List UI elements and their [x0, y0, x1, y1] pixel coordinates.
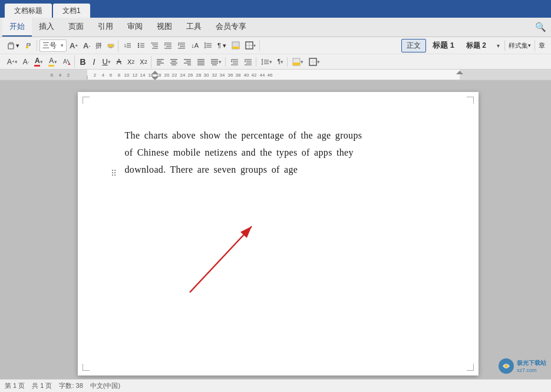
toolbar-row1: ▾ 三号 ▾ A+ A- 拼 1.	[0, 37, 551, 54]
search-button[interactable]: 🔍	[533, 19, 549, 35]
clear-format-button[interactable]: A	[60, 57, 73, 67]
text-line3: download. There are seven groups of age	[125, 162, 298, 179]
italic-button[interactable]: I	[89, 56, 100, 68]
tab-page[interactable]: 页面	[61, 18, 91, 37]
styles-dropdown-button[interactable]: ▾	[493, 41, 503, 50]
paragraph-with-handle: ⠿ download. There are seven groups of ag…	[125, 162, 431, 179]
text-line2: of Chinese mobile netizens and the types…	[125, 144, 431, 162]
corner-mark-tr	[467, 97, 474, 104]
subscript-x-button[interactable]: X2	[125, 57, 137, 67]
para-spacing-button2[interactable]: ¶ ▾	[275, 57, 286, 66]
svg-text:30: 30	[204, 73, 209, 78]
spacing-group: ▾ ¶ ▾	[258, 57, 288, 67]
eraser-button[interactable]	[105, 41, 117, 50]
svg-text:10: 10	[124, 73, 130, 78]
multilevel-button[interactable]	[148, 40, 161, 51]
paste-button[interactable]: ▾	[5, 40, 22, 51]
styles-set-label: 样式集	[509, 41, 528, 50]
clipboard-group: ▾	[4, 40, 37, 51]
style-h1-button[interactable]: 标题 1	[427, 38, 460, 52]
ruler-svg: 6 4 2 2 4 6 8 10 12 14 16 18 20 22 24 26…	[0, 70, 551, 80]
svg-text:26: 26	[188, 73, 193, 78]
title-tab-1[interactable]: 文档标题	[5, 4, 52, 18]
status-bar: 第 1 页 共 1 页 字数: 38 中文(中国)	[0, 379, 551, 392]
corner-mark-bl	[83, 364, 90, 371]
watermark-logo-icon	[498, 358, 514, 374]
svg-text:40: 40	[244, 73, 249, 78]
underline-button[interactable]: U ▾	[100, 56, 113, 67]
justify-button[interactable]	[194, 57, 207, 67]
indent-right-button[interactable]	[242, 57, 255, 67]
tab-review[interactable]: 审阅	[120, 18, 150, 37]
strikethrough-button[interactable]: A	[114, 56, 124, 67]
para-spacing-button[interactable]: ¶ ▾	[215, 41, 229, 51]
svg-text:A: A	[63, 58, 67, 65]
font-size-group: 三号 ▾ A+ A- 拼	[38, 39, 118, 52]
style-h2-button[interactable]: 标题 2	[461, 39, 491, 52]
style-normal-label: 正文	[407, 41, 421, 50]
decrease-indent-button[interactable]	[161, 40, 174, 51]
svg-text:34: 34	[220, 73, 225, 78]
tab-view[interactable]: 视图	[150, 18, 179, 37]
decrease-font-button[interactable]: A-	[81, 40, 93, 51]
svg-point-10	[138, 47, 139, 48]
style-normal-button[interactable]: 正文	[401, 39, 426, 52]
align-left-button[interactable]	[154, 57, 167, 67]
svg-text:12: 12	[133, 73, 138, 78]
align-right-button[interactable]	[181, 57, 194, 67]
svg-rect-68	[293, 62, 300, 65]
tab-insert[interactable]: 插入	[32, 18, 61, 37]
sort-button[interactable]: ↓A	[189, 41, 201, 50]
shading-button2[interactable]: ▾	[290, 57, 306, 67]
title-bar: 文档标题 文档1	[0, 0, 551, 18]
style-h1-label: 标题 1	[433, 41, 454, 50]
align-center-button[interactable]	[167, 57, 180, 67]
distributed-button[interactable]: ▾	[208, 57, 224, 67]
numbering-button[interactable]: 1.	[121, 40, 134, 51]
bold-button[interactable]: B	[77, 56, 88, 68]
paragraph-handle[interactable]: ⠿	[111, 166, 117, 181]
styles-set-button[interactable]: 样式集 ▾	[504, 40, 533, 51]
increase-font-button[interactable]: A+	[67, 40, 80, 51]
border-button2[interactable]: ▾	[306, 57, 322, 67]
increase-indent-button[interactable]	[175, 40, 188, 51]
pinyin-button[interactable]: 拼	[93, 40, 104, 51]
font-color-button[interactable]: A ▾	[32, 55, 45, 68]
line-spacing-button[interactable]	[202, 40, 215, 51]
tab-vip[interactable]: 会员专享	[209, 18, 253, 37]
shading-button[interactable]	[229, 40, 242, 51]
indent-group	[227, 57, 256, 67]
svg-text:36: 36	[228, 73, 233, 78]
document-text[interactable]: The charts above show the percentage of …	[125, 127, 431, 178]
tab-review-label: 审阅	[127, 22, 143, 31]
line-space-button2[interactable]: ▾	[259, 57, 275, 67]
svg-rect-30	[232, 47, 239, 49]
align-group: ▾	[153, 57, 226, 67]
tab-tools-label: 工具	[186, 22, 202, 31]
chapter-button[interactable]: 章	[534, 40, 547, 51]
format-painter-button[interactable]	[22, 40, 35, 51]
title-tab-2[interactable]: 文档1	[53, 4, 90, 18]
svg-point-108	[504, 364, 508, 368]
svg-text:14: 14	[140, 73, 146, 78]
indent-left-button[interactable]	[228, 57, 241, 67]
tab-start[interactable]: 开始	[2, 18, 32, 37]
tab-view-label: 视图	[157, 22, 172, 31]
bold-italic-group: B I U ▾ A X2 X2	[76, 56, 151, 68]
corner-mark-tl	[83, 97, 90, 104]
tab-reference[interactable]: 引用	[91, 18, 120, 37]
bullets-button[interactable]	[134, 40, 147, 51]
subscript-button[interactable]: A-	[21, 57, 32, 67]
total-pages: 共 1 页	[32, 381, 52, 390]
svg-text:2: 2	[67, 73, 70, 78]
border-button[interactable]: ▾	[243, 40, 258, 51]
superscript-button[interactable]: A+▾	[5, 57, 20, 67]
superscript-x-button[interactable]: X2	[137, 57, 149, 67]
document-area[interactable]: The charts above show the percentage of …	[17, 80, 539, 387]
watermark-site-name: 极光下载站	[517, 359, 546, 367]
highlight-button[interactable]: A ▾	[46, 55, 60, 68]
tab-tools[interactable]: 工具	[179, 18, 209, 37]
font-size-select-container[interactable]: 三号 ▾	[39, 39, 67, 52]
svg-rect-3	[108, 44, 114, 47]
page-indicator: 第 1 页	[5, 381, 25, 390]
